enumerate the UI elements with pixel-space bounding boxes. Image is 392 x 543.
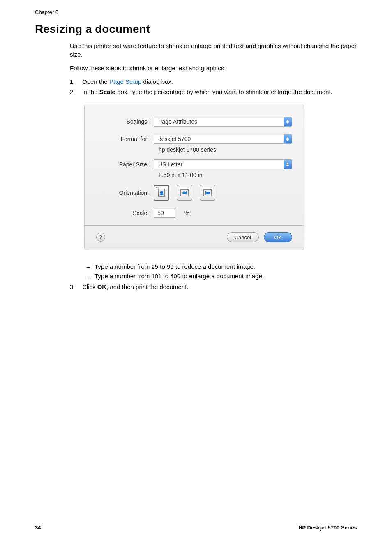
scale-percent-label: % <box>184 210 189 216</box>
step-3: 3 Click OK, and then print the document. <box>70 282 357 292</box>
dash: – <box>82 262 95 272</box>
orientation-landscape-left-button[interactable]: ˆ 👤 <box>177 185 192 201</box>
step-number: 3 <box>70 282 82 292</box>
dropdown-arrow-icon[interactable] <box>284 160 292 169</box>
format-value: deskjet 5700 <box>158 136 191 142</box>
ok-bold: OK <box>97 283 107 290</box>
help-button[interactable]: ? <box>96 233 105 242</box>
settings-select[interactable]: Page Attributes <box>154 117 292 127</box>
paper-size-label: Paper Size: <box>96 161 154 168</box>
chapter-header: Chapter 6 <box>35 9 357 15</box>
step-text: box, type the percentage by which you wa… <box>115 88 332 95</box>
cancel-button[interactable]: Cancel <box>227 232 259 242</box>
dropdown-arrow-icon[interactable] <box>284 117 292 126</box>
step-text: , and then print the document. <box>106 283 188 290</box>
ok-button[interactable]: OK <box>264 232 292 242</box>
settings-value: Page Attributes <box>158 118 197 125</box>
sublist-item: – Type a number from 101 to 400 to enlar… <box>82 272 357 281</box>
intro-paragraph-1: Use this printer software feature to shr… <box>70 42 357 59</box>
step-1: 1 Open the Page Setup dialog box. <box>70 77 357 87</box>
step-text: Open the <box>82 78 109 85</box>
sublist-item: – Type a number from 25 to 99 to reduce … <box>82 262 357 272</box>
portrait-icon: 👤 <box>158 189 165 197</box>
page-setup-dialog: Settings: Page Attributes Format for: de… <box>84 105 304 250</box>
orientation-landscape-right-button[interactable]: ˆ 👤 <box>200 185 215 201</box>
paper-size-value: US Letter <box>158 161 182 168</box>
page-title: Resizing a document <box>35 23 357 36</box>
paper-size-select[interactable]: US Letter <box>154 159 292 169</box>
landscape-icon: 👤 <box>180 189 189 196</box>
scale-label: Scale: <box>96 210 154 216</box>
page-setup-link[interactable]: Page Setup <box>109 78 141 85</box>
orientation-label: Orientation: <box>96 189 154 196</box>
format-subtext: hp deskjet 5700 series <box>159 146 292 153</box>
step-2: 2 In the Scale box, type the percentage … <box>70 88 357 97</box>
scale-input[interactable] <box>154 208 176 218</box>
format-label: Format for: <box>96 136 154 142</box>
sublist-text: Type a number from 25 to 99 to reduce a … <box>95 262 255 272</box>
dash: – <box>82 272 95 281</box>
step-text: dialog box. <box>141 78 173 85</box>
product-name: HP Deskjet 5700 Series <box>298 525 357 531</box>
intro-paragraph-2: Follow these steps to shrink or enlarge … <box>70 64 357 72</box>
settings-label: Settings: <box>96 118 154 125</box>
step-number: 1 <box>70 77 82 87</box>
scale-bold: Scale <box>99 88 115 95</box>
dropdown-arrow-icon[interactable] <box>284 134 292 143</box>
landscape-reverse-icon: 👤 <box>203 189 212 196</box>
step-text: In the <box>82 88 99 95</box>
sublist-text: Type a number from 101 to 400 to enlarge… <box>95 272 264 281</box>
step-text: Click <box>82 283 97 290</box>
page-number: 34 <box>35 525 41 531</box>
step-number: 2 <box>70 88 82 97</box>
dialog-divider <box>85 225 304 226</box>
paper-size-subtext: 8.50 in x 11.00 in <box>159 172 292 178</box>
orientation-portrait-button[interactable]: ˆ 👤 <box>154 185 169 201</box>
format-select[interactable]: deskjet 5700 <box>154 134 292 144</box>
